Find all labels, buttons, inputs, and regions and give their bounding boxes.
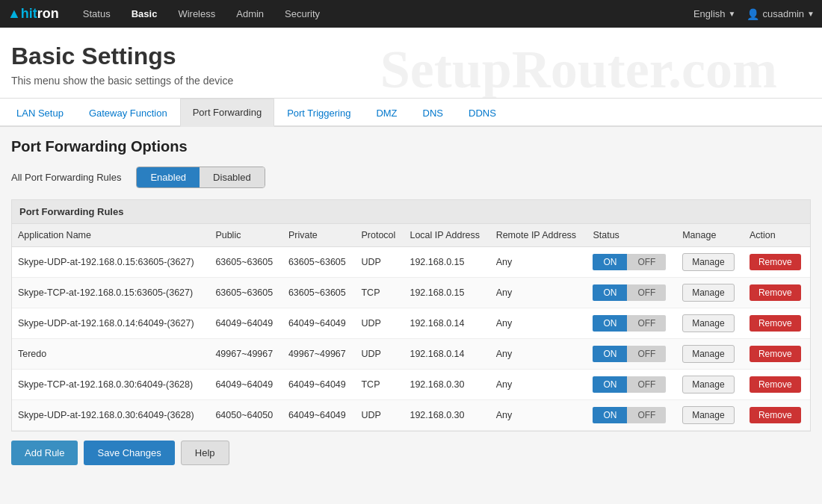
section-title: Port Forwarding Options [11, 138, 811, 155]
cell-local-ip: 192.168.0.30 [404, 370, 489, 400]
cell-manage: Manage [676, 278, 744, 308]
status-off-button[interactable]: OFF [627, 346, 666, 362]
status-off-button[interactable]: OFF [627, 284, 666, 301]
remove-button[interactable]: Remove [750, 254, 801, 270]
manage-button[interactable]: Manage [682, 406, 734, 424]
add-rule-button[interactable]: Add Rule [11, 441, 78, 465]
manage-button[interactable]: Manage [682, 314, 734, 332]
tab-dmz[interactable]: DMZ [363, 99, 410, 127]
sub-tabs: LAN Setup Gateway Function Port Forwardi… [0, 99, 822, 127]
nav-item-wireless[interactable]: Wireless [169, 2, 224, 25]
user-menu[interactable]: 👤 cusadmin ▼ [747, 8, 815, 20]
tab-port-forwarding[interactable]: Port Forwarding [180, 99, 274, 127]
cell-manage: Manage [676, 308, 744, 339]
status-off-button[interactable]: OFF [627, 407, 666, 423]
nav-item-security[interactable]: Security [276, 2, 329, 25]
chevron-down-icon: ▼ [729, 10, 736, 18]
main-content: Port Forwarding Options All Port Forward… [0, 127, 822, 476]
manage-button[interactable]: Manage [682, 345, 734, 363]
page-header: Basic Settings This menu show the basic … [0, 28, 822, 99]
toggle-enabled-button[interactable]: Enabled [137, 167, 200, 187]
cell-protocol: UDP [355, 308, 404, 339]
cell-status: ON OFF [587, 278, 676, 308]
language-label: English [693, 8, 726, 19]
col-private: Private [282, 224, 356, 247]
port-forwarding-table-container: Port Forwarding Rules Application Name P… [11, 199, 811, 432]
brand-logo: ▲hitron [7, 6, 59, 22]
cell-app-name: Teredo [12, 339, 209, 370]
help-button[interactable]: Help [181, 441, 229, 465]
table-row: Teredo 49967~49967 49967~49967 UDP 192.1… [12, 339, 810, 370]
status-off-button[interactable]: OFF [627, 315, 666, 332]
cell-manage: Manage [676, 400, 744, 431]
language-selector[interactable]: English ▼ [693, 8, 736, 19]
status-on-button[interactable]: ON [593, 376, 627, 393]
status-on-button[interactable]: ON [593, 315, 627, 332]
table-row: Skype-TCP-at-192.168.0.30:64049-(3628) 6… [12, 370, 810, 400]
cell-app-name: Skype-TCP-at-192.168.0.15:63605-(3627) [12, 278, 209, 308]
save-changes-button[interactable]: Save Changes [84, 441, 174, 465]
cell-public: 49967~49967 [209, 339, 282, 370]
status-on-button[interactable]: ON [593, 346, 627, 362]
footer-buttons: Add Rule Save Changes Help [11, 432, 811, 465]
all-rules-toggle: Enabled Disabled [136, 167, 265, 188]
cell-action: Remove [744, 400, 810, 431]
cell-private: 64049~64049 [282, 400, 356, 431]
cell-manage: Manage [676, 370, 744, 400]
cell-protocol: TCP [355, 370, 404, 400]
status-off-button[interactable]: OFF [627, 376, 666, 393]
status-on-button[interactable]: ON [593, 284, 627, 301]
tab-lan-setup[interactable]: LAN Setup [4, 99, 76, 127]
logo-text: ▲hitron [7, 6, 59, 22]
nav-item-status[interactable]: Status [74, 2, 120, 25]
remove-button[interactable]: Remove [750, 315, 801, 332]
nav-item-basic[interactable]: Basic [123, 2, 167, 25]
toggle-label: All Port Forwarding Rules [11, 172, 121, 183]
col-public: Public [209, 224, 282, 247]
cell-local-ip: 192.168.0.14 [404, 339, 489, 370]
nav-item-admin[interactable]: Admin [227, 2, 273, 25]
user-icon: 👤 [747, 8, 759, 20]
col-manage: Manage [676, 224, 744, 247]
status-on-button[interactable]: ON [593, 407, 627, 423]
cell-private: 64049~64049 [282, 308, 356, 339]
status-on-button[interactable]: ON [593, 254, 627, 270]
cell-status: ON OFF [587, 370, 676, 400]
status-off-button[interactable]: OFF [627, 254, 666, 270]
manage-button[interactable]: Manage [682, 376, 734, 393]
cell-public: 64049~64049 [209, 370, 282, 400]
remove-button[interactable]: Remove [750, 284, 801, 301]
cell-app-name: Skype-TCP-at-192.168.0.30:64049-(3628) [12, 370, 209, 400]
cell-app-name: Skype-UDP-at-192.168.0.30:64049-(3628) [12, 400, 209, 431]
manage-button[interactable]: Manage [682, 253, 734, 271]
page-title: Basic Settings [11, 43, 811, 70]
tab-port-triggering[interactable]: Port Triggering [274, 99, 363, 127]
cell-private: 49967~49967 [282, 339, 356, 370]
remove-button[interactable]: Remove [750, 346, 801, 362]
tab-dns[interactable]: DNS [410, 99, 456, 127]
cell-private: 63605~63605 [282, 247, 356, 278]
cell-local-ip: 192.168.0.15 [404, 247, 489, 278]
cell-public: 63605~63605 [209, 278, 282, 308]
tab-ddns[interactable]: DDNS [456, 99, 509, 127]
cell-protocol: UDP [355, 339, 404, 370]
remove-button[interactable]: Remove [750, 376, 801, 393]
username-label: cusadmin [762, 8, 804, 19]
navbar-right: English ▼ 👤 cusadmin ▼ [693, 8, 815, 20]
remove-button[interactable]: Remove [750, 407, 801, 423]
cell-local-ip: 192.168.0.30 [404, 400, 489, 431]
toggle-disabled-button[interactable]: Disabled [200, 167, 265, 187]
tab-gateway-function[interactable]: Gateway Function [76, 99, 180, 127]
cell-remote-ip: Any [490, 339, 587, 370]
cell-action: Remove [744, 308, 810, 339]
cell-public: 63605~63605 [209, 247, 282, 278]
cell-action: Remove [744, 339, 810, 370]
col-action: Action [744, 224, 810, 247]
cell-action: Remove [744, 278, 810, 308]
table-header-row: Application Name Public Private Protocol… [12, 224, 810, 247]
table-row: Skype-UDP-at-192.168.0.14:64049-(3627) 6… [12, 308, 810, 339]
cell-status: ON OFF [587, 308, 676, 339]
col-remote-ip: Remote IP Address [490, 224, 587, 247]
cell-public: 64049~64049 [209, 308, 282, 339]
manage-button[interactable]: Manage [682, 284, 734, 302]
